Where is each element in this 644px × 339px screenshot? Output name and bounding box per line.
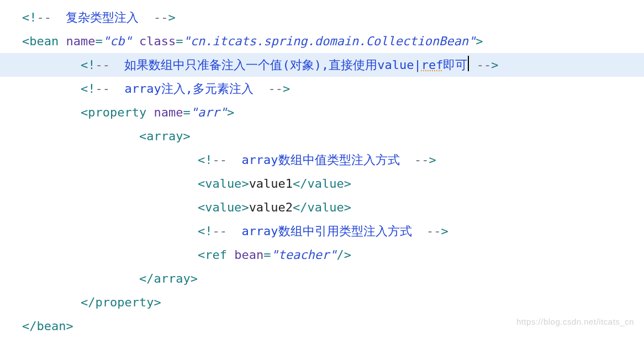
- code-line: <property name="arr">: [22, 100, 644, 124]
- code-line: <ref bean="teacher"/>: [22, 243, 644, 267]
- code-line: <value>value2</value>: [22, 195, 644, 219]
- code-line: <value>value1</value>: [22, 172, 644, 195]
- code-line: <!-- array数组中值类型注入方式 -->: [22, 148, 644, 172]
- code-line: <!-- 复杂类型注入 -->: [22, 6, 644, 29]
- code-line: <array>: [22, 124, 644, 148]
- code-line: <bean name="cb" class="cn.itcats.spring.…: [22, 29, 644, 53]
- code-block: <!-- 复杂类型注入 --><bean name="cb" class="cn…: [0, 0, 644, 338]
- watermark-text: https://blog.csdn.net/itcats_cn: [516, 310, 634, 333]
- code-line: <!-- array数组中引用类型注入方式 -->: [22, 219, 644, 243]
- code-line: <!-- array注入,多元素注入 -->: [22, 77, 644, 100]
- code-line: <!-- 如果数组中只准备注入一个值(对象),直接使用value|ref即可 -…: [0, 53, 644, 77]
- code-line: </array>: [22, 267, 644, 290]
